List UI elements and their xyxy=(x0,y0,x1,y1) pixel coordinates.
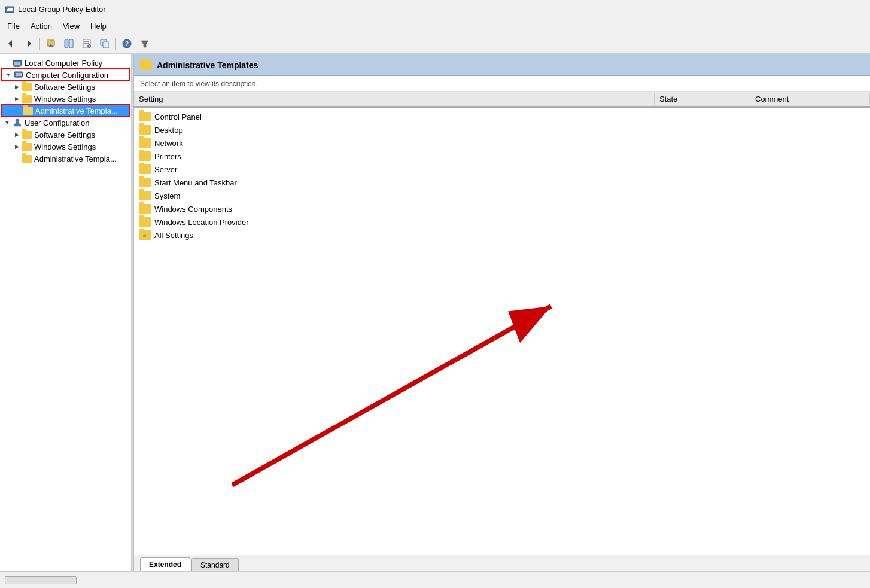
network-label: Network xyxy=(154,139,183,148)
tree-software-settings-cc[interactable]: Software Settings xyxy=(0,81,131,93)
control-panel-label: Control Panel xyxy=(154,112,202,121)
root-expander xyxy=(2,58,12,68)
windows-location-label: Windows Location Provider xyxy=(154,218,249,227)
up-button[interactable] xyxy=(42,36,59,51)
content-area: Control Panel Desktop Network Printers S… xyxy=(134,108,870,555)
menu-action[interactable]: Action xyxy=(26,20,57,32)
svg-rect-15 xyxy=(84,45,87,45)
computer-config-expander[interactable] xyxy=(4,70,13,80)
menu-bar: File Action View Help xyxy=(0,19,870,33)
all-settings-label: All Settings xyxy=(154,231,193,240)
windows-settings-uc-label: Windows Settings xyxy=(34,142,96,151)
app-icon xyxy=(5,5,14,14)
svg-rect-28 xyxy=(14,66,20,67)
help-button[interactable]: ? xyxy=(118,36,135,51)
toolbar: ? xyxy=(0,33,870,54)
list-item-printers[interactable]: Printers xyxy=(134,150,870,163)
root-label: Local Computer Policy xyxy=(25,59,102,68)
menu-help[interactable]: Help xyxy=(86,20,111,32)
admin-templates-uc-expander xyxy=(12,154,22,163)
toolbar-sep-2 xyxy=(115,38,116,50)
list-item-network[interactable]: Network xyxy=(134,136,870,150)
svg-rect-10 xyxy=(65,39,68,48)
forward-button[interactable] xyxy=(20,36,37,51)
computer-config-icon xyxy=(13,70,24,80)
svg-line-35 xyxy=(232,306,551,485)
svg-marker-5 xyxy=(8,40,12,47)
list-item-server[interactable]: Server xyxy=(134,163,870,176)
svg-rect-25 xyxy=(14,62,20,65)
windows-settings-cc-expander[interactable] xyxy=(12,94,22,103)
tree-windows-settings-uc[interactable]: Windows Settings xyxy=(0,141,131,153)
col-header-state[interactable]: State xyxy=(655,93,750,105)
printers-label: Printers xyxy=(154,152,181,161)
show-tree-button[interactable] xyxy=(60,36,77,51)
svg-rect-17 xyxy=(89,45,90,47)
software-settings-uc-icon xyxy=(22,130,32,139)
filter-button[interactable] xyxy=(136,36,153,51)
tree-user-config[interactable]: User Configuration xyxy=(0,117,131,129)
back-button[interactable] xyxy=(2,36,19,51)
tree-panel: Local Computer Policy Computer Configura… xyxy=(0,54,132,571)
svg-text:?: ? xyxy=(125,41,129,47)
tab-extended[interactable]: Extended xyxy=(140,557,190,571)
tree-computer-config[interactable]: Computer Configuration xyxy=(1,69,130,81)
windows-components-folder-icon xyxy=(139,204,151,214)
menu-view[interactable]: View xyxy=(58,20,84,32)
svg-rect-4 xyxy=(7,11,10,11)
main-layout: Local Computer Policy Computer Configura… xyxy=(0,54,870,571)
software-settings-cc-expander[interactable] xyxy=(12,82,22,92)
properties-button[interactable] xyxy=(78,36,95,51)
start-menu-folder-icon xyxy=(139,178,151,187)
tree-windows-settings-cc[interactable]: Windows Settings xyxy=(0,93,131,105)
server-folder-icon xyxy=(139,164,151,174)
svg-rect-14 xyxy=(84,43,89,44)
windows-settings-uc-icon xyxy=(22,142,32,151)
software-settings-cc-label: Software Settings xyxy=(34,83,95,92)
tree-admin-templates-uc[interactable]: Administrative Templa... xyxy=(0,153,131,164)
status-bar xyxy=(0,571,870,588)
col-header-comment[interactable]: Comment xyxy=(750,93,870,105)
system-label: System xyxy=(154,191,180,200)
tab-standard[interactable]: Standard xyxy=(191,558,239,571)
printers-folder-icon xyxy=(139,151,151,161)
system-folder-icon xyxy=(139,191,151,200)
admin-templates-cc-label: Administrative Templa... xyxy=(35,106,118,115)
content-panel: Administrative Templates Select an item … xyxy=(134,54,870,571)
list-item-all-settings[interactable]: All Settings xyxy=(134,229,870,242)
svg-rect-32 xyxy=(16,78,22,78)
list-item-windows-components[interactable]: Windows Components xyxy=(134,202,870,215)
windows-settings-cc-icon xyxy=(22,94,32,103)
user-config-expander[interactable] xyxy=(2,118,12,127)
admin-templates-cc-icon xyxy=(23,106,34,115)
list-item-start-menu[interactable]: Start Menu and Taskbar xyxy=(134,176,870,189)
list-item-system[interactable]: System xyxy=(134,189,870,202)
svg-rect-11 xyxy=(69,39,73,48)
computer-config-label: Computer Configuration xyxy=(26,71,108,80)
menu-file[interactable]: File xyxy=(2,20,25,32)
list-item-windows-location[interactable]: Windows Location Provider xyxy=(134,215,870,229)
tree-root[interactable]: Local Computer Policy xyxy=(0,57,131,69)
tree-software-settings-uc[interactable]: Software Settings xyxy=(0,129,131,141)
col-header-setting[interactable]: Setting xyxy=(134,93,655,105)
start-menu-label: Start Menu and Taskbar xyxy=(154,178,237,187)
list-item-control-panel[interactable]: Control Panel xyxy=(134,110,870,123)
new-window-button[interactable] xyxy=(96,36,113,51)
software-settings-uc-label: Software Settings xyxy=(34,130,95,139)
software-settings-uc-expander[interactable] xyxy=(12,130,22,139)
admin-templates-uc-icon xyxy=(22,154,32,163)
windows-settings-uc-expander[interactable] xyxy=(12,142,22,151)
software-settings-cc-icon xyxy=(22,82,32,92)
tree-admin-templates-cc[interactable]: Administrative Templa... xyxy=(1,105,130,117)
list-item-desktop[interactable]: Desktop xyxy=(134,123,870,136)
root-icon xyxy=(12,58,23,68)
svg-rect-20 xyxy=(103,42,109,48)
admin-templates-uc-label: Administrative Templa... xyxy=(34,154,117,163)
desktop-folder-icon xyxy=(139,125,151,135)
status-scrollbar[interactable] xyxy=(5,576,77,584)
user-config-label: User Configuration xyxy=(25,118,89,127)
column-headers: Setting State Comment xyxy=(134,92,870,108)
windows-components-label: Windows Components xyxy=(154,205,232,214)
toolbar-sep-1 xyxy=(39,38,40,50)
user-config-icon xyxy=(12,118,23,127)
